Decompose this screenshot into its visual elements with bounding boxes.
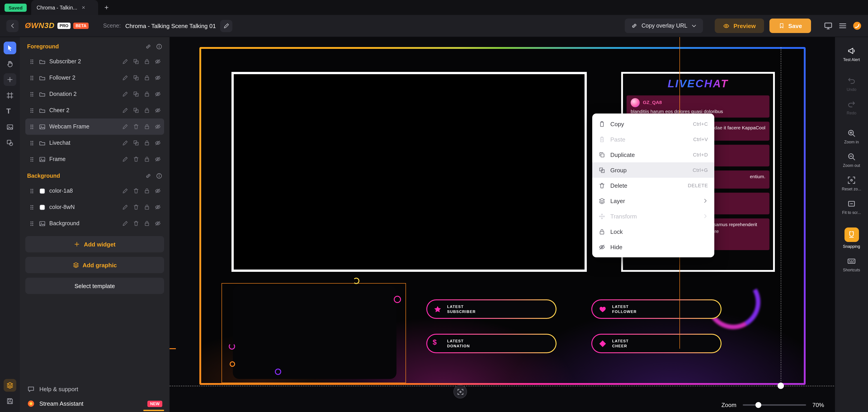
context-menu-item-duplicate[interactable]: Duplicate Ctrl+D [592, 147, 714, 163]
drag-handle-icon[interactable] [29, 156, 35, 163]
context-menu-item-hide[interactable]: Hide [592, 239, 714, 255]
lock-layer-icon[interactable] [144, 140, 150, 146]
group-layer-icon[interactable] [133, 107, 139, 114]
edit-layer-icon[interactable] [122, 107, 128, 114]
toggle-visibility-icon[interactable] [155, 75, 161, 81]
selection-rect[interactable] [221, 283, 406, 383]
select-template-button[interactable]: Select template [25, 278, 164, 294]
layer-row-cheer-2[interactable]: Cheer 2 [25, 102, 164, 118]
lock-layer-icon[interactable] [144, 107, 150, 114]
toolbar-shortcuts[interactable]: Shortcuts [835, 253, 868, 276]
hamburger-menu-icon[interactable] [838, 21, 847, 30]
drag-handle-icon[interactable] [29, 107, 35, 114]
webcam-frame-element[interactable] [231, 72, 587, 272]
back-button[interactable] [6, 20, 19, 32]
stream-assistant-link[interactable]: Stream Assistant NEW [27, 400, 162, 408]
display-icon[interactable] [824, 21, 833, 30]
layer-row-subscriber-2[interactable]: Subscriber 2 [25, 53, 164, 70]
layers-panel[interactable] [4, 379, 16, 392]
delete-layer-icon[interactable] [133, 220, 139, 227]
toolbar-snapping[interactable]: Snapping [835, 224, 868, 253]
group-layer-icon[interactable] [133, 91, 139, 97]
edit-layer-icon[interactable] [122, 91, 128, 97]
toggle-visibility-icon[interactable] [155, 123, 161, 130]
context-menu-item-layer[interactable]: Layer [592, 193, 714, 208]
active-tab[interactable]: Chroma - Talkin... × [31, 0, 98, 15]
lock-layer-icon[interactable] [144, 204, 150, 210]
edit-scene-button[interactable] [220, 20, 232, 32]
editor-canvas[interactable]: LIVECHAT GZ_QA8 blanditiis harum eos dol… [169, 37, 835, 412]
zoom-slider-knob[interactable] [755, 402, 761, 408]
tab-close-icon[interactable]: × [82, 4, 85, 11]
drag-handle-icon[interactable] [29, 91, 35, 97]
toggle-visibility-icon[interactable] [155, 188, 161, 194]
layer-row-livechat[interactable]: Livechat [25, 135, 164, 151]
delete-layer-icon[interactable] [133, 123, 139, 130]
lock-layer-icon[interactable] [144, 188, 150, 194]
add-tool[interactable] [4, 73, 16, 86]
toggle-visibility-icon[interactable] [155, 91, 161, 97]
save-local[interactable] [4, 395, 16, 408]
secondary-webcam-element[interactable] [233, 286, 397, 379]
layer-row-follower-2[interactable]: Follower 2 [25, 70, 164, 86]
drag-handle-icon[interactable] [29, 58, 35, 65]
layer-row-color-1a8[interactable]: color-1a8 [25, 183, 164, 199]
help-support-link[interactable]: Help & support [27, 385, 162, 393]
edit-layer-icon[interactable] [122, 58, 128, 65]
edit-layer-icon[interactable] [122, 204, 128, 210]
lock-layer-icon[interactable] [144, 220, 150, 227]
widget-latest-follower[interactable]: LATESTFOLLOWER [591, 299, 721, 319]
toggle-visibility-icon[interactable] [155, 156, 161, 163]
lock-layer-icon[interactable] [144, 58, 150, 65]
delete-layer-icon[interactable] [133, 156, 139, 163]
edit-layer-icon[interactable] [122, 220, 128, 227]
toolbar-zoom-in[interactable]: Zoom in [835, 125, 868, 148]
section-link-icon[interactable] [145, 43, 151, 50]
drag-handle-icon[interactable] [29, 187, 35, 194]
group-layer-icon[interactable] [133, 75, 139, 81]
recenter-button[interactable] [454, 385, 467, 399]
frame-tool[interactable] [4, 89, 16, 102]
context-menu-item-delete[interactable]: Delete DELETE [592, 178, 714, 193]
section-link-icon[interactable] [145, 173, 151, 179]
widget-latest-cheer[interactable]: LATESTCHEER [591, 334, 721, 353]
layer-row-color-8wn[interactable]: color-8wN [25, 199, 164, 215]
shapes-tool[interactable] [4, 137, 16, 149]
context-menu-item-group[interactable]: Group Ctrl+G [592, 163, 714, 178]
layer-row-frame[interactable]: Frame [25, 151, 164, 167]
toggle-visibility-icon[interactable] [155, 107, 161, 114]
context-menu-item-copy[interactable]: Copy Ctrl+C [592, 116, 714, 131]
layer-row-webcam-frame[interactable]: Webcam Frame [25, 118, 164, 135]
guide-handle[interactable] [778, 383, 784, 389]
toolbar-reset-zo[interactable]: Reset zo... [835, 172, 868, 195]
add-graphic-button[interactable]: Add graphic [25, 257, 164, 273]
select-tool[interactable] [4, 41, 16, 54]
toggle-visibility-icon[interactable] [155, 140, 161, 146]
layer-row-donation-2[interactable]: Donation 2 [25, 86, 164, 102]
save-button[interactable]: Save [769, 19, 811, 33]
group-layer-icon[interactable] [133, 58, 139, 65]
edit-layer-icon[interactable] [122, 140, 128, 146]
delete-layer-icon[interactable] [133, 204, 139, 210]
pan-tool[interactable] [4, 57, 16, 70]
widget-latest-subscriber[interactable]: LATESTSUBSCRIBER [426, 299, 557, 319]
group-layer-icon[interactable] [133, 140, 139, 146]
copy-overlay-url-button[interactable]: Copy overlay URL [625, 19, 703, 33]
own3d-pro-logo-icon[interactable] [852, 21, 862, 30]
drag-handle-icon[interactable] [29, 204, 35, 210]
lock-layer-icon[interactable] [144, 75, 150, 81]
zoom-slider[interactable] [743, 404, 806, 406]
toolbar-zoom-out[interactable]: Zoom out [835, 148, 868, 172]
edit-layer-icon[interactable] [122, 188, 128, 194]
section-info-icon[interactable] [156, 43, 162, 50]
delete-layer-icon[interactable] [133, 188, 139, 194]
drag-handle-icon[interactable] [29, 75, 35, 81]
toggle-visibility-icon[interactable] [155, 220, 161, 227]
section-info-icon[interactable] [156, 173, 162, 179]
lock-layer-icon[interactable] [144, 156, 150, 163]
lock-layer-icon[interactable] [144, 123, 150, 130]
lock-layer-icon[interactable] [144, 91, 150, 97]
edit-layer-icon[interactable] [122, 156, 128, 163]
drag-handle-icon[interactable] [29, 140, 35, 146]
toolbar-test-alert[interactable]: Test Alert [835, 42, 868, 66]
